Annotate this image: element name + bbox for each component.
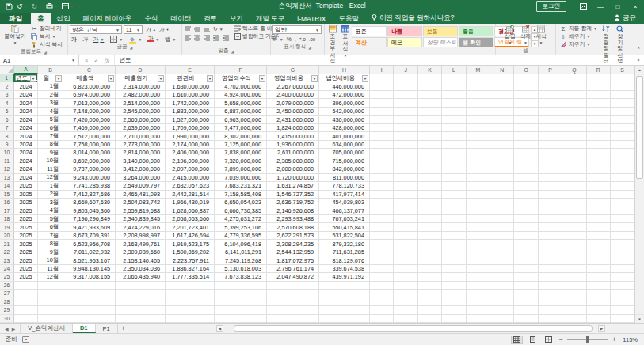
cell-A19[interactable]: 2025 xyxy=(14,223,38,231)
cell-L11[interactable] xyxy=(442,157,466,165)
cell-I15[interactable] xyxy=(370,191,394,199)
cell-M30[interactable] xyxy=(467,315,490,323)
cell-K29[interactable] xyxy=(418,306,442,314)
cell-B20[interactable]: 7월 xyxy=(38,232,63,240)
filter-button[interactable]: ▼ xyxy=(55,75,62,82)
column-header-J[interactable]: J xyxy=(394,66,417,74)
cell-J17[interactable] xyxy=(394,207,417,215)
cell-P27[interactable] xyxy=(539,290,562,298)
cell-Q6[interactable] xyxy=(562,116,586,123)
cell-S19[interactable] xyxy=(611,223,634,231)
cell-J29[interactable] xyxy=(394,306,417,314)
cell-F25[interactable]: 7,673,838,123 xyxy=(215,273,267,281)
cell-I2[interactable] xyxy=(370,82,394,90)
cell-P4[interactable] xyxy=(539,99,562,107)
cell-Q26[interactable] xyxy=(562,282,586,290)
cell-Q23[interactable] xyxy=(562,256,586,264)
cell-P23[interactable] xyxy=(539,256,562,264)
cell-D30[interactable] xyxy=(116,315,166,323)
cell-C1[interactable]: 매출액▼ xyxy=(63,74,116,82)
cell-E8[interactable]: 1,990,000,000 xyxy=(166,132,215,140)
cell-J14[interactable] xyxy=(394,182,417,190)
cell-O9[interactable] xyxy=(514,141,538,149)
cell-K19[interactable] xyxy=(418,223,442,231)
row-header-5[interactable]: 5 xyxy=(0,108,14,116)
cell-D11[interactable]: 3,140,000,000 xyxy=(116,157,166,165)
cell-O16[interactable] xyxy=(514,199,538,207)
cell-Q12[interactable] xyxy=(562,165,586,173)
cell-L28[interactable] xyxy=(442,298,466,306)
cell-S5[interactable] xyxy=(611,108,634,116)
cell-F17[interactable]: 6,666,730,385 xyxy=(215,207,267,215)
cell-C3[interactable]: 6,974,000,000 xyxy=(63,91,116,99)
cell-B6[interactable]: 5월 xyxy=(38,116,63,123)
cell-H10[interactable]: 705,000,000 xyxy=(319,149,370,157)
cell-E14[interactable]: 2,632,057,623 xyxy=(166,182,215,190)
cell-M7[interactable] xyxy=(467,124,490,132)
minimize-button[interactable]: — xyxy=(592,0,609,13)
cell-I3[interactable] xyxy=(370,91,394,99)
tab-data[interactable]: 데이터 xyxy=(164,13,197,24)
cell-C20[interactable]: 8,673,709,391 xyxy=(63,232,116,240)
tab-i-matrix[interactable]: i-MATRIX xyxy=(291,13,332,24)
cell-S25[interactable] xyxy=(611,273,634,281)
cell-K1[interactable] xyxy=(418,74,442,82)
cell-F6[interactable]: 6,963,000,000 xyxy=(215,116,267,123)
cell-B22[interactable]: 9월 xyxy=(38,248,63,256)
tell-me-box[interactable]: 어떤 작업을 원하시나요? xyxy=(365,13,454,24)
tab-help[interactable]: 도움말 xyxy=(332,13,365,24)
cell-D12[interactable]: 3,412,000,000 xyxy=(116,165,166,173)
tab-page-layout[interactable]: 페이지 레이아웃 xyxy=(77,13,139,24)
delete-cells-button[interactable]: 삭제▼ xyxy=(518,25,534,46)
cell-R6[interactable] xyxy=(587,116,611,123)
cell-C16[interactable]: 8,669,607,630 xyxy=(63,199,116,207)
cell-A30[interactable] xyxy=(14,315,38,323)
cell-I18[interactable] xyxy=(370,215,394,223)
cell-S30[interactable] xyxy=(611,315,634,323)
cell-M16[interactable] xyxy=(467,199,490,207)
cell-R30[interactable] xyxy=(587,315,611,323)
cell-L21[interactable] xyxy=(442,240,466,248)
cell-D28[interactable] xyxy=(116,298,166,306)
cell-H25[interactable]: 439,971,192 xyxy=(319,273,370,281)
cell-O8[interactable] xyxy=(514,132,538,140)
cell-C19[interactable]: 9,421,933,609 xyxy=(63,223,116,231)
cell-C25[interactable]: 9,317,008,155 xyxy=(63,273,116,281)
cell-A3[interactable]: 2024 xyxy=(14,91,38,99)
filter-button[interactable]: ▼ xyxy=(311,75,318,82)
cell-Q24[interactable] xyxy=(562,265,586,273)
cell-J1[interactable] xyxy=(394,74,417,82)
cell-Q3[interactable] xyxy=(562,91,586,99)
shrink-font-button[interactable]: 가▼ xyxy=(159,26,170,34)
cell-A9[interactable]: 2024 xyxy=(14,141,38,149)
insert-cells-button[interactable]: 삽입▼ xyxy=(502,25,518,46)
cell-I12[interactable] xyxy=(370,165,394,173)
format-as-table-button[interactable]: 표 서식 ▼ xyxy=(339,25,352,59)
cell-P19[interactable] xyxy=(539,223,562,231)
align-center-icon[interactable] xyxy=(193,34,201,41)
column-header-D[interactable]: D xyxy=(116,66,166,74)
cell-R15[interactable] xyxy=(587,191,611,199)
cell-H29[interactable] xyxy=(319,306,370,314)
cell-style-1[interactable]: 나쁨 xyxy=(387,26,422,36)
cell-E11[interactable]: 2,196,000,000 xyxy=(166,157,215,165)
cell-B27[interactable] xyxy=(38,290,63,298)
cell-C10[interactable]: 8,014,000,000 xyxy=(63,149,116,157)
cell-I16[interactable] xyxy=(370,199,394,207)
cell-D9[interactable]: 2,773,000,000 xyxy=(116,141,166,149)
cell-J20[interactable] xyxy=(394,232,417,240)
cell-S11[interactable] xyxy=(611,157,634,165)
cell-H3[interactable]: 472,000,000 xyxy=(319,91,370,99)
sheet-tab-P1[interactable]: P1 xyxy=(96,324,118,333)
cell-O23[interactable] xyxy=(514,256,538,264)
cell-Q14[interactable] xyxy=(562,182,586,190)
cell-M6[interactable] xyxy=(467,116,490,123)
cell-N8[interactable] xyxy=(490,132,514,140)
row-header-11[interactable]: 11 xyxy=(0,157,14,165)
cell-G20[interactable]: 2,622,291,573 xyxy=(267,232,319,240)
cell-F30[interactable] xyxy=(215,315,267,323)
cell-J6[interactable] xyxy=(394,116,417,123)
cell-F27[interactable] xyxy=(215,290,267,298)
row-header-19[interactable]: 19 xyxy=(0,223,14,231)
cell-L7[interactable] xyxy=(442,124,466,132)
